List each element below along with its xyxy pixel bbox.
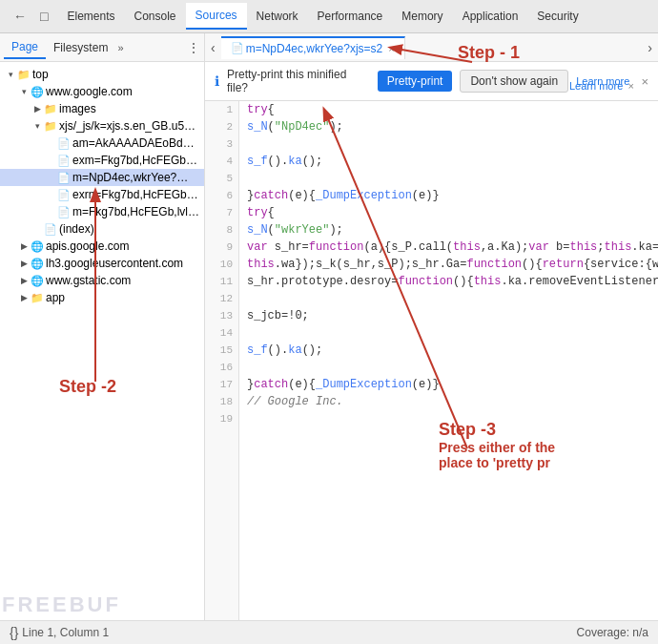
editor-nav-right[interactable]: › [642, 36, 658, 59]
tree-item-top[interactable]: ▾ 📁 top [0, 66, 204, 83]
tree-item-exm[interactable]: 📄 exm=Fkg7bd,HcFEGb… [0, 152, 204, 169]
back-icon[interactable]: ← [10, 7, 31, 26]
folder-icon-xjs: 📁 [44, 120, 59, 133]
tree-arrow-lh3: ▶ [17, 259, 31, 268]
tree-label-images: images [59, 102, 200, 115]
tree-arrow-top: ▾ [4, 70, 17, 79]
left-panel: Page Filesystem » ⋮ ▾ 📁 top ▾ 🌐 [0, 33, 205, 620]
tree-label-index: (index) [59, 222, 200, 236]
line-num-16: 16 [211, 359, 233, 376]
tree-arrow-m2 [44, 207, 57, 217]
file-icon-tab: 📄 [231, 42, 246, 54]
pp-close-button[interactable]: × [641, 74, 648, 89]
tree-item-app[interactable]: ▶ 📁 app [0, 289, 204, 306]
code-line-8: s_N("wkrYee"); [247, 221, 650, 239]
code-editor: 1 2 3 4 5 6 7 8 9 10 11 12 13 14 15 16 1 [205, 101, 658, 620]
main-layout: Page Filesystem » ⋮ ▾ 📁 top ▾ 🌐 [0, 33, 658, 620]
devtools-tab-bar: ← □ Elements Console Sources Network Per… [0, 0, 658, 33]
line-num-3: 3 [211, 135, 233, 153]
folder-icon-images: 📁 [44, 103, 59, 115]
code-line-13: s_jcb=!0; [247, 307, 650, 324]
tab-performance[interactable]: Performance [308, 4, 393, 29]
line-num-13: 13 [211, 307, 233, 324]
tab-application[interactable]: Application [453, 4, 528, 29]
tree-label-m: m=NpD4ec,wkrYee?… [72, 171, 200, 184]
tree-label-apis: apis.google.com [46, 239, 200, 253]
line-num-4: 4 [211, 153, 233, 170]
line-num-14: 14 [211, 324, 233, 342]
tree-item-images[interactable]: ▶ 📁 images [0, 100, 204, 117]
domain-icon-google: 🌐 [31, 86, 46, 98]
tree-item-lh3[interactable]: ▶ 🌐 lh3.googleusercontent.com [0, 255, 204, 272]
tree-arrow-m [44, 173, 57, 182]
line-num-11: 11 [211, 273, 233, 290]
line-num-17: 17 [211, 376, 233, 393]
tab-network[interactable]: Network [247, 4, 308, 29]
status-bar: {} Line 1, Column 1 Coverage: n/a [0, 620, 658, 644]
code-line-9: var s_hr=function(a){s_P.call(this,a.Ka)… [247, 239, 650, 256]
line-num-9: 9 [211, 239, 233, 256]
file-icon-m2: 📄 [57, 206, 72, 218]
editor-nav-left[interactable]: ‹ [205, 36, 221, 59]
tree-arrow-xjs: ▾ [31, 121, 44, 131]
tree-item-exrn[interactable]: 📄 exrn=Fkg7bd,HcFEGb,lvlUe… [0, 186, 204, 203]
line-num-15: 15 [211, 342, 233, 359]
code-content[interactable]: try{ s_N("NpD4ec"); s_f().ka(); }catch(e… [239, 101, 658, 620]
learn-more-link[interactable]: Learn more [576, 75, 629, 87]
tree-item-m-selected[interactable]: 📄 m=NpD4ec,wkrYee?… [0, 169, 204, 186]
tree-item-apis[interactable]: ▶ 🌐 apis.google.com [0, 238, 204, 255]
line-num-12: 12 [211, 290, 233, 307]
line-numbers: 1 2 3 4 5 6 7 8 9 10 11 12 13 14 15 16 1 [205, 101, 239, 620]
tab-security[interactable]: Security [527, 4, 587, 29]
code-line-4: s_f().ka(); [247, 153, 650, 170]
tree-item-index[interactable]: 📄 (index) [0, 220, 204, 238]
dismiss-button[interactable]: Don't show again [460, 70, 568, 93]
tree-item-am[interactable]: 📄 am=AkAAAADAEoBdd4… [0, 135, 204, 152]
tree-item-xjs[interactable]: ▾ 📁 xjs/_js/k=xjs.s.en_GB.u5L… [0, 117, 204, 135]
code-line-12 [247, 290, 650, 307]
code-line-5 [247, 170, 650, 187]
code-line-7: try{ [247, 204, 650, 221]
panel-tab-page[interactable]: Page [4, 36, 46, 59]
line-num-6: 6 [211, 187, 233, 204]
pretty-print-bar: ℹ Pretty-print this minified file? Prett… [205, 62, 658, 101]
domain-icon-apis: 🌐 [31, 240, 46, 253]
panel-tab-more[interactable]: » [117, 42, 123, 53]
tree-arrow-gstatic: ▶ [17, 276, 31, 285]
right-panel: ‹ 📄 m=NpD4ec,wkrYee?xjs=s2 × › ℹ Pretty-… [205, 33, 658, 620]
panel-tab-filesystem[interactable]: Filesystem [46, 37, 115, 58]
tree-arrow-google: ▾ [17, 87, 31, 96]
editor-tab-active[interactable]: 📄 m=NpD4ec,wkrYee?xjs=s2 × [221, 36, 405, 59]
tree-label-xjs: xjs/_js/k=xjs.s.en_GB.u5L… [59, 119, 200, 133]
tree-label-exm: exm=Fkg7bd,HcFEGb… [72, 154, 200, 167]
file-tree: ▾ 📁 top ▾ 🌐 www.google.com ▶ 📁 images [0, 62, 204, 620]
pretty-print-toggle[interactable]: {} [10, 625, 18, 640]
folder-icon-top: 📁 [17, 69, 32, 81]
tree-arrow-images: ▶ [31, 104, 44, 114]
tab-elements[interactable]: Elements [57, 4, 124, 29]
tree-label-lh3: lh3.googleusercontent.com [46, 257, 200, 270]
tree-item-gstatic[interactable]: ▶ 🌐 www.gstatic.com [0, 272, 204, 289]
editor-tabs-bar: ‹ 📄 m=NpD4ec,wkrYee?xjs=s2 × › [205, 33, 658, 62]
tree-arrow-index [31, 224, 44, 234]
pretty-print-button[interactable]: Pretty-print [378, 71, 453, 92]
editor-tab-close[interactable]: × [388, 43, 394, 54]
code-line-6: }catch(e){_DumpException(e)} [247, 187, 650, 204]
tree-item-m2[interactable]: 📄 m=Fkg7bd,HcFEGb,lvlUe… [0, 203, 204, 220]
file-icon-exrn: 📄 [57, 189, 72, 201]
tree-item-google[interactable]: ▾ 🌐 www.google.com [0, 83, 204, 100]
tree-label-exrn: exrn=Fkg7bd,HcFEGb,lvlUe… [72, 188, 200, 201]
tab-sources[interactable]: Sources [186, 3, 247, 30]
status-bar-left: {} Line 1, Column 1 [10, 625, 109, 640]
panel-menu-button[interactable]: ⋮ [187, 40, 200, 55]
tab-console[interactable]: Console [125, 4, 186, 29]
code-line-18: // Google Inc. [247, 393, 650, 410]
file-icon-exm: 📄 [57, 155, 72, 167]
code-line-15: s_f().ka(); [247, 342, 650, 359]
status-bar-right: Coverage: n/a [577, 626, 648, 639]
tree-label-am: am=AkAAAADAEoBdd4… [72, 136, 200, 150]
inspect-icon[interactable]: □ [36, 7, 51, 26]
tree-label-m2: m=Fkg7bd,HcFEGb,lvlUe… [72, 205, 200, 218]
tab-memory[interactable]: Memory [392, 4, 452, 29]
line-num-18: 18 [211, 393, 233, 410]
